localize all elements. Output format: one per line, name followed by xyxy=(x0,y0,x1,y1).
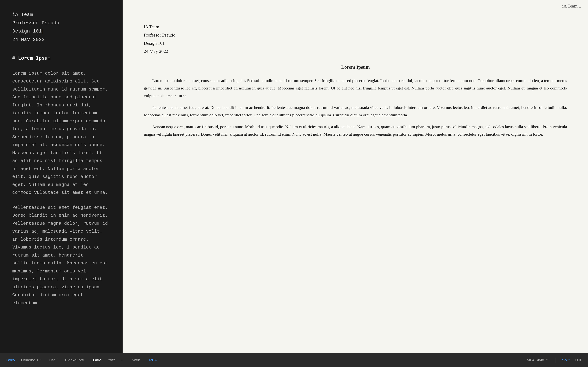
preview-content: iA Team Professor Pseudo Design 101 24 M… xyxy=(123,12,588,353)
preview-page-number: iA Team 1 xyxy=(123,0,588,12)
toolbar-body-btn[interactable]: Body xyxy=(3,357,18,364)
toolbar-bold-btn[interactable]: Bold xyxy=(90,357,104,364)
toolbar-style-options: MLA Style ⌃ Split Full xyxy=(527,358,581,363)
toolbar-mla-style-btn[interactable]: MLA Style ⌃ xyxy=(527,358,549,362)
editor-meta: iA Team Professor Pseudo Design 101 24 M… xyxy=(12,10,110,44)
preview-panel: iA Team 1 iA Team Professor Pseudo Desig… xyxy=(123,0,588,353)
toolbar-full-btn[interactable]: Full xyxy=(575,358,581,362)
preview-title: Lorem Ipsum xyxy=(144,64,567,70)
toolbar-view-options: Web PDF xyxy=(130,357,160,364)
toolbar-pdf-btn[interactable]: PDF xyxy=(147,357,160,364)
editor-professor-line: Professor Pseudo xyxy=(12,19,110,27)
heading-text: Lorem Ipsum xyxy=(18,56,51,61)
editor-heading: # Lorem Ipsum xyxy=(12,54,110,63)
toolbar-sep-5 xyxy=(555,358,555,363)
toolbar-italic-btn[interactable]: Italic xyxy=(105,357,118,364)
bottom-toolbar: Body Heading 1 ⌃ List ⌃ Blockquote Bold … xyxy=(0,353,588,367)
heading-chevron-icon: ⌃ xyxy=(40,358,43,362)
text-cursor xyxy=(42,29,42,34)
editor-paragraph-2[interactable]: Pellentesque sit amet feugiat erat. Done… xyxy=(12,204,110,307)
toolbar-split-btn[interactable]: Split xyxy=(562,358,570,362)
list-chevron-icon: ⌃ xyxy=(56,358,59,362)
preview-professor: Professor Pseudo xyxy=(144,31,567,39)
preview-meta: iA Team Professor Pseudo Design 101 24 M… xyxy=(144,23,567,56)
preview-course: Design 101 xyxy=(144,39,567,48)
preview-body: Lorem ipsum dolor sit amet, consectetur … xyxy=(144,77,567,138)
editor-author-line: iA Team xyxy=(12,10,110,19)
toolbar-right-section: Web PDF MLA Style ⌃ Split Full xyxy=(122,357,588,364)
heading-hash: # xyxy=(12,56,18,61)
editor-paragraph-1[interactable]: Lorem ipsum dolor sit amet, consectetur … xyxy=(12,70,110,197)
editor-date-line: 24 May 2022 xyxy=(12,35,110,44)
editor-panel[interactable]: iA Team Professor Pseudo Design 101 24 M… xyxy=(0,0,122,353)
toolbar-web-btn[interactable]: Web xyxy=(130,357,143,364)
toolbar-strikethrough-btn[interactable]: Strikethrough xyxy=(119,357,122,364)
toolbar-left-section: Body Heading 1 ⌃ List ⌃ Blockquote Bold … xyxy=(0,356,122,365)
preview-paragraph-2: Pellentesque sit amet feugiat erat. Done… xyxy=(144,104,567,119)
toolbar-heading-btn[interactable]: Heading 1 ⌃ xyxy=(18,357,45,364)
preview-paragraph-1: Lorem ipsum dolor sit amet, consectetur … xyxy=(144,77,567,100)
preview-paragraph-3: Aenean neque orci, mattis ac finibus id,… xyxy=(144,123,567,138)
toolbar-blockquote-btn[interactable]: Blockquote xyxy=(62,357,87,364)
preview-date: 24 May 2022 xyxy=(144,47,567,56)
toolbar-list-btn[interactable]: List ⌃ xyxy=(46,357,62,364)
editor-course-line: Design 101 xyxy=(12,27,110,35)
preview-author: iA Team xyxy=(144,23,567,31)
mla-chevron-icon: ⌃ xyxy=(545,358,549,362)
